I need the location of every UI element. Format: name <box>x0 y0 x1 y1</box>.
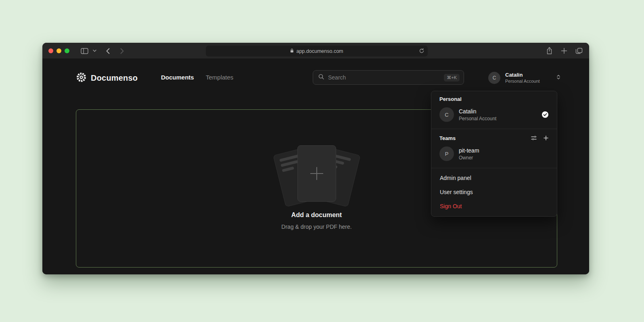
team-name: pit-team <box>459 148 479 153</box>
manage-teams-icon[interactable] <box>531 135 537 141</box>
menu-item-admin-panel[interactable]: Admin panel <box>436 171 552 185</box>
avatar: P <box>439 146 454 161</box>
back-icon[interactable] <box>104 43 112 59</box>
search-icon <box>318 73 324 82</box>
search-bar: ⌘+K <box>313 70 464 85</box>
dropzone-subtitle: Drag & drop your PDF here. <box>76 224 557 230</box>
lock-icon <box>290 48 294 54</box>
search-shortcut-badge: ⌘+K <box>444 74 460 82</box>
sidebar-menu-chevron-icon[interactable] <box>92 43 97 59</box>
search-input[interactable] <box>328 74 444 81</box>
account-subtitle: Personal Account <box>505 79 540 84</box>
account-dropdown-menu: Personal C Catalin Personal Account Team… <box>431 91 557 217</box>
app-content: Documenso Documents Templates ⌘+K C Cata… <box>42 59 589 274</box>
browser-toolbar: app.documenso.com <box>42 43 589 59</box>
sidebar-toggle-icon[interactable] <box>79 43 89 59</box>
menu-item-sign-out[interactable]: Sign Out <box>436 199 552 213</box>
add-team-icon[interactable] <box>543 135 549 141</box>
team-role: Owner <box>459 155 479 160</box>
plus-icon <box>310 167 323 180</box>
account-name: Catalin <box>505 72 540 77</box>
nav-templates[interactable]: Templates <box>206 74 233 81</box>
nav-documents[interactable]: Documents <box>161 74 194 81</box>
address-text: app.documenso.com <box>296 48 343 54</box>
close-window-button[interactable] <box>48 48 53 53</box>
personal-heading: Personal <box>436 94 552 105</box>
teams-heading: Teams <box>439 135 456 141</box>
check-circle-icon <box>542 111 549 118</box>
menu-item-user-settings[interactable]: User settings <box>436 185 552 199</box>
personal-account-subtitle: Personal Account <box>459 116 496 121</box>
forward-icon[interactable] <box>118 43 126 59</box>
tab-overview-icon[interactable] <box>575 48 583 54</box>
documents-illustration <box>272 144 361 208</box>
toolbar-right-icons <box>546 43 583 59</box>
avatar: C <box>439 107 454 122</box>
share-icon[interactable] <box>546 47 553 55</box>
document-card-add <box>297 145 336 202</box>
personal-account-name: Catalin <box>459 109 496 114</box>
new-tab-icon[interactable] <box>561 48 567 54</box>
account-menu-button[interactable]: C Catalin Personal Account <box>484 69 563 87</box>
personal-account-item[interactable]: C Catalin Personal Account <box>436 105 552 125</box>
browser-window: app.documenso.com Documenso Documents <box>42 43 589 274</box>
traffic-lights <box>48 48 69 53</box>
avatar: C <box>488 72 500 84</box>
brand[interactable]: Documenso <box>76 72 138 84</box>
brand-name: Documenso <box>91 73 138 83</box>
address-bar[interactable]: app.documenso.com <box>206 46 428 56</box>
zoom-window-button[interactable] <box>65 48 69 53</box>
chevrons-up-down-icon <box>556 74 561 82</box>
documenso-logo-icon <box>76 72 87 84</box>
minimize-window-button[interactable] <box>56 48 61 53</box>
reload-icon[interactable] <box>419 48 424 55</box>
team-item[interactable]: P pit-team Owner <box>436 144 552 164</box>
